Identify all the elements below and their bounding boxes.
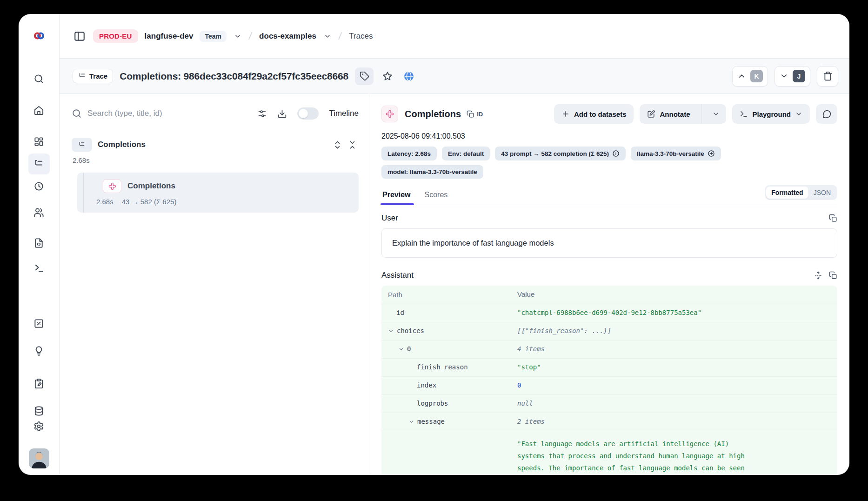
json-value: 0 — [517, 381, 521, 389]
tree-child-duration: 2.68s — [96, 198, 114, 206]
observation-detail-panel: Completions ID Add to datasets Annotate — [369, 94, 849, 475]
sidebar-item-home[interactable] — [31, 103, 47, 118]
tree-child-node-selected[interactable]: Completions 2.68s 43 → 582 (Σ 625) — [77, 173, 359, 213]
json-key: logprobs — [417, 400, 448, 407]
public-share-button[interactable] — [401, 67, 416, 85]
sidebar-item-settings[interactable] — [31, 419, 47, 434]
json-row: finish_reason"stop" — [381, 358, 837, 376]
json-value: [{"finish_reason": ...}] — [517, 327, 611, 334]
panel-left-icon — [73, 30, 86, 42]
delete-trace-button[interactable] — [817, 66, 838, 87]
sidebar-item-ideas[interactable] — [31, 343, 47, 359]
unfold-vertical-icon[interactable] — [814, 271, 822, 280]
tree-child-tokens: 43 → 582 (Σ 625) — [122, 198, 177, 206]
chevron-down-icon — [388, 328, 394, 334]
metadata-badge[interactable]: Latency: 2.68s — [381, 147, 437, 160]
copy-id-button[interactable]: ID — [467, 110, 483, 118]
collapse-all-icon[interactable] — [348, 140, 357, 149]
tree-guide-line — [83, 173, 84, 213]
copy-icon[interactable] — [829, 214, 837, 222]
sidebar-item-playground[interactable] — [31, 261, 47, 276]
metadata-badge[interactable]: llama-3.3-70b-versatile — [631, 147, 721, 160]
app-window: PROD-EU langfuse-dev Team / docs-example… — [19, 14, 849, 475]
trace-nav-group: K J — [732, 66, 838, 87]
annotate-button[interactable]: Annotate — [640, 104, 697, 124]
tree-child-meta: 2.68s 43 → 582 (Σ 625) — [84, 198, 351, 206]
json-key: message — [417, 418, 445, 425]
add-to-datasets-button[interactable]: Add to datasets — [554, 104, 634, 124]
json-value: 4 items — [517, 345, 545, 353]
download-icon[interactable] — [277, 109, 287, 119]
chevron-up-icon — [737, 72, 746, 80]
value-column-header: Value — [517, 286, 837, 302]
metadata-badge[interactable]: Env: default — [442, 147, 490, 160]
user-message-content: Explain the importance of fast language … — [381, 228, 837, 258]
tags-button[interactable] — [355, 67, 374, 85]
expand-all-icon[interactable] — [333, 140, 342, 149]
sidebar-item-sessions[interactable] — [31, 179, 47, 194]
previous-trace-button[interactable]: K — [732, 66, 768, 87]
copy-icon[interactable] — [829, 271, 837, 280]
project-chevron-down-icon[interactable] — [324, 33, 331, 40]
sidebar-item-annotation-queues[interactable] — [31, 375, 47, 391]
format-json-option[interactable]: JSON — [808, 187, 836, 199]
json-row: choices[{"finish_reason": ...}] — [381, 322, 837, 340]
shortcut-key-k: K — [750, 70, 763, 82]
badges-row-2: model: llama-3.3-70b-versatile — [381, 165, 837, 179]
timeline-toggle-label: Timeline — [329, 109, 359, 118]
row-expand-chevron[interactable] — [388, 328, 394, 334]
sidebar-item-evaluation[interactable] — [31, 316, 47, 331]
org-chevron-down-icon[interactable] — [234, 33, 241, 40]
row-expand-chevron[interactable] — [398, 346, 404, 352]
langfuse-logo[interactable] — [19, 14, 59, 58]
tab-scores[interactable]: Scores — [423, 188, 448, 205]
playground-button[interactable]: Playground — [732, 104, 810, 124]
search-icon — [72, 108, 82, 119]
metadata-badge[interactable]: 43 prompt → 582 completion (Σ 625) — [495, 147, 626, 160]
tab-preview[interactable]: Preview — [381, 188, 411, 205]
tree-toolbar: Timeline — [257, 107, 359, 120]
json-key: index — [417, 381, 436, 389]
sidebar-item-datasets[interactable] — [31, 403, 47, 419]
org-name[interactable]: langfuse-dev — [145, 32, 194, 41]
assistant-json-table: Path Value id"chatcmpl-6988b6ee-d699-402… — [381, 286, 837, 475]
user-avatar[interactable] — [29, 448, 49, 468]
file-code-icon — [33, 238, 44, 248]
user-label: User — [381, 214, 398, 223]
filter-sliders-icon[interactable] — [257, 109, 267, 119]
trace-header: Trace Completions: 986dec33c084f29a2cf57… — [60, 59, 849, 94]
trash-icon — [823, 71, 833, 81]
sidebar-toggle-button[interactable] — [73, 29, 87, 43]
format-formatted-option[interactable]: Formatted — [766, 187, 808, 199]
sidebar-item-prompts[interactable] — [31, 235, 47, 251]
sidebar-item-search[interactable] — [31, 71, 47, 86]
json-row: "Fast language models are artificial int… — [381, 431, 837, 475]
timeline-toggle[interactable] — [297, 107, 319, 120]
tag-icon — [360, 71, 369, 81]
sidebar-item-tracing[interactable] — [28, 154, 50, 174]
bookmark-star-button[interactable] — [380, 67, 395, 85]
tree-root-node[interactable]: Completions — [72, 138, 359, 152]
square-percent-icon — [33, 318, 44, 329]
users-icon — [33, 207, 44, 218]
json-key: choices — [397, 327, 424, 334]
tree-search-input[interactable] — [87, 109, 252, 118]
user-section-heading: User — [381, 214, 837, 223]
breadcrumb-section[interactable]: Traces — [349, 32, 373, 41]
project-name[interactable]: docs-examples — [259, 32, 316, 41]
trace-type-badge: Trace — [73, 69, 113, 83]
comments-button[interactable] — [816, 104, 837, 124]
knot-logo-icon — [32, 28, 47, 43]
next-trace-button[interactable]: J — [775, 66, 810, 87]
json-value: 2 items — [517, 418, 545, 425]
plus-icon — [561, 110, 570, 118]
avatar-photo — [29, 448, 49, 468]
sidebar-item-users[interactable] — [31, 204, 47, 220]
sidebar-item-dashboards[interactable] — [31, 134, 47, 149]
top-bar: PROD-EU langfuse-dev Team / docs-example… — [60, 14, 849, 59]
chevron-down-icon — [712, 110, 720, 118]
row-expand-chevron[interactable] — [408, 419, 414, 425]
metadata-badge[interactable]: model: llama-3.3-70b-versatile — [381, 165, 483, 179]
list-tree-icon — [33, 159, 44, 169]
annotate-dropdown-button[interactable] — [706, 104, 726, 124]
